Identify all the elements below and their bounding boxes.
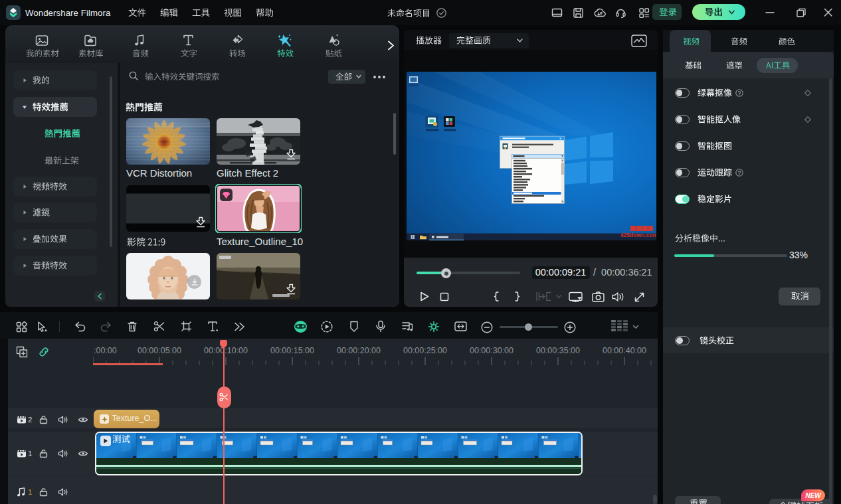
svg-text:425down.com: 425down.com xyxy=(620,232,656,238)
